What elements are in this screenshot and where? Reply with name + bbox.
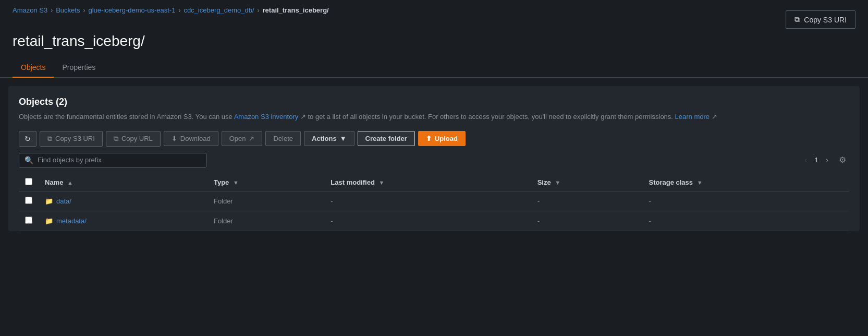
settings-button[interactable]: ⚙ — [836, 154, 849, 166]
search-input[interactable] — [38, 156, 201, 164]
col-last-modified-sort-icon: ▼ — [378, 179, 384, 186]
main-content: Objects (2) Objects are the fundamental … — [8, 86, 860, 231]
col-header-name[interactable]: Name ▲ — [39, 174, 207, 191]
table-row: 📁metadata/ Folder - - - — [19, 211, 849, 231]
col-last-modified-label: Last modified — [331, 178, 375, 186]
row-storage-class-1: - — [643, 211, 850, 231]
objects-count: (2) — [56, 97, 67, 107]
page-title: retail_trans_iceberg/ — [0, 33, 868, 50]
objects-section-title: Objects (2) — [19, 97, 849, 107]
delete-label: Delete — [273, 135, 293, 142]
row-checkbox-1[interactable] — [25, 217, 32, 224]
folder-icon-0: 📁 — [45, 197, 53, 205]
delete-button[interactable]: Delete — [265, 131, 301, 146]
breadcrumb-amazon-s3[interactable]: Amazon S3 — [13, 6, 47, 14]
search-box: 🔍 — [19, 153, 206, 167]
open-button[interactable]: Open ↗ — [222, 131, 263, 146]
objects-title-text: Objects — [19, 97, 53, 107]
col-storage-class-sort-icon: ▼ — [697, 179, 703, 186]
breadcrumb-sep-4: › — [258, 7, 260, 14]
breadcrumb-sep-2: › — [83, 7, 85, 14]
tab-properties[interactable]: Properties — [54, 58, 104, 78]
select-all-header — [19, 174, 39, 191]
copy-url-button[interactable]: ⧉ Copy URL — [106, 131, 161, 147]
actions-button[interactable]: Actions ▼ — [304, 131, 354, 146]
download-label: Download — [180, 135, 211, 142]
copy-s3-uri-header-label: Copy S3 URI — [804, 16, 847, 24]
row-name-1[interactable]: 📁metadata/ — [39, 211, 207, 231]
col-name-sort-icon: ▲ — [67, 179, 73, 186]
tab-objects[interactable]: Objects — [13, 58, 54, 78]
tabs-bar: Objects Properties — [0, 58, 868, 78]
row-type-1: Folder — [207, 211, 324, 231]
objects-desc-text1: Objects are the fundamental entities sto… — [19, 113, 234, 121]
col-header-storage-class[interactable]: Storage class ▼ — [643, 174, 850, 191]
table-wrapper: Name ▲ Type ▼ Last modified ▼ Size ▼ — [19, 174, 849, 231]
copy-s3-uri-header-button[interactable]: ⧉ Copy S3 URI — [786, 10, 855, 29]
copy-url-label: Copy URL — [121, 135, 153, 142]
copy-s3-uri-label: Copy S3 URI — [55, 135, 95, 142]
search-row: 🔍 ‹ 1 › ⚙ — [19, 153, 849, 167]
breadcrumb-buckets[interactable]: Buckets — [56, 6, 80, 14]
objects-description: Objects are the fundamental entities sto… — [19, 112, 849, 123]
pagination-next-button[interactable]: › — [823, 154, 832, 166]
pagination: ‹ 1 › ⚙ — [801, 154, 849, 166]
upload-label: Upload — [435, 135, 458, 142]
breadcrumb-db[interactable]: cdc_iceberg_demo_db/ — [184, 6, 254, 14]
col-size-sort-icon: ▼ — [555, 179, 560, 186]
open-label: Open — [229, 135, 246, 142]
row-type-0: Folder — [207, 191, 324, 211]
row-name-0[interactable]: 📁data/ — [39, 191, 207, 211]
row-storage-class-0: - — [643, 191, 850, 211]
breadcrumb-sep-1: › — [51, 7, 53, 14]
breadcrumb-sep-3: › — [178, 7, 180, 14]
row-checkbox-0[interactable] — [25, 197, 32, 204]
pagination-prev-button[interactable]: ‹ — [801, 154, 810, 166]
breadcrumb: Amazon S3 › Buckets › glue-iceberg-demo-… — [13, 6, 329, 14]
copy-s3-uri-icon: ⧉ — [47, 135, 52, 143]
col-header-size[interactable]: Size ▼ — [531, 174, 643, 191]
col-name-label: Name — [45, 178, 63, 186]
download-icon: ⬇ — [172, 135, 177, 142]
breadcrumb-current: retail_trans_iceberg/ — [263, 6, 329, 14]
table-row: 📁data/ Folder - - - — [19, 191, 849, 211]
col-size-label: Size — [537, 178, 551, 186]
copy-s3-uri-button[interactable]: ⧉ Copy S3 URI — [40, 131, 103, 147]
objects-table: Name ▲ Type ▼ Last modified ▼ Size ▼ — [19, 174, 849, 231]
amazon-s3-inventory-link[interactable]: Amazon S3 inventory — [234, 113, 299, 121]
actions-label: Actions — [312, 135, 337, 142]
search-icon: 🔍 — [25, 156, 33, 164]
col-type-label: Type — [214, 178, 229, 186]
pagination-current-page: 1 — [814, 156, 818, 164]
toolbar: ↻ ⧉ Copy S3 URI ⧉ Copy URL ⬇ Download Op… — [19, 131, 849, 147]
select-all-checkbox[interactable] — [25, 178, 32, 185]
col-header-type[interactable]: Type ▼ — [207, 174, 324, 191]
col-type-sort-icon: ▼ — [233, 179, 239, 186]
row-last-modified-1: - — [324, 211, 531, 231]
row-size-1: - — [531, 211, 643, 231]
download-button[interactable]: ⬇ Download — [164, 131, 218, 146]
col-header-last-modified[interactable]: Last modified ▼ — [324, 174, 531, 191]
copy-url-icon: ⧉ — [114, 135, 118, 143]
refresh-button[interactable]: ↻ — [19, 131, 36, 147]
actions-chevron-icon: ▼ — [340, 135, 347, 142]
learn-more-ext-icon: ↗ — [710, 113, 717, 121]
folder-icon-1: 📁 — [45, 217, 53, 225]
row-checkbox-cell — [19, 191, 39, 211]
upload-icon: ⬆ — [426, 135, 432, 142]
objects-desc-text2: to get a list of all objects in your buc… — [306, 113, 675, 121]
copy-icon: ⧉ — [794, 15, 800, 24]
row-size-0: - — [531, 191, 643, 211]
table-header: Name ▲ Type ▼ Last modified ▼ Size ▼ — [19, 174, 849, 191]
breadcrumb-bucket-name[interactable]: glue-iceberg-demo-us-east-1 — [88, 6, 175, 14]
learn-more-link[interactable]: Learn more — [675, 113, 710, 121]
open-ext-icon: ↗ — [249, 135, 254, 142]
row-last-modified-0: - — [324, 191, 531, 211]
ext-link-icon: ↗ — [298, 113, 306, 121]
row-checkbox-cell — [19, 211, 39, 231]
table-body: 📁data/ Folder - - - 📁metadata/ Folder - … — [19, 191, 849, 231]
col-storage-class-label: Storage class — [649, 178, 693, 186]
upload-button[interactable]: ⬆ Upload — [418, 131, 466, 146]
create-folder-button[interactable]: Create folder — [358, 131, 415, 146]
